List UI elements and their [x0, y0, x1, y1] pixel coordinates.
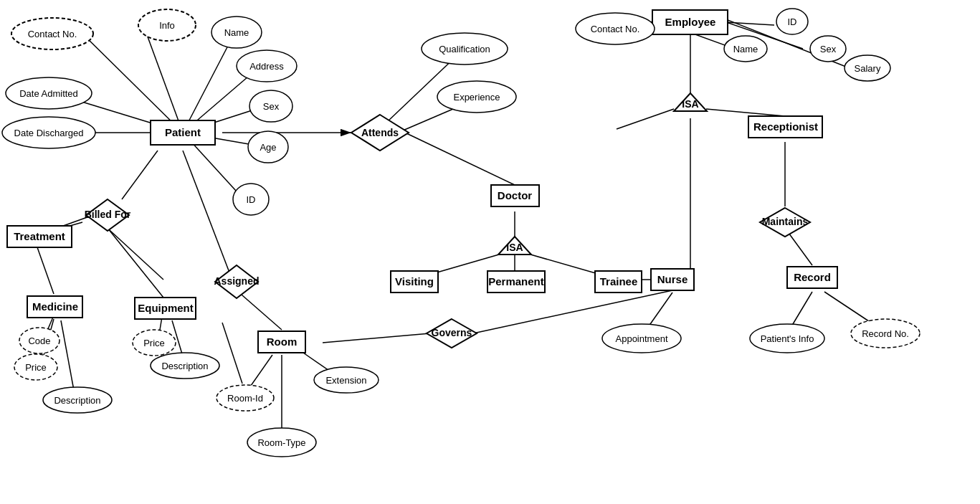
employee-sex-text: Sex [820, 44, 837, 54]
assigned-label: Assigned [214, 275, 259, 287]
employee-label: Employee [665, 16, 716, 28]
salary-text: Salary [855, 63, 881, 74]
medicine-label: Medicine [32, 300, 78, 313]
code-text: Code [28, 336, 50, 346]
svg-line-30 [222, 323, 242, 384]
address-text: Address [249, 61, 284, 72]
date-discharged-text: Date Discharged [14, 128, 84, 138]
employee-id-text: ID [788, 16, 797, 27]
record-no-text: Record No. [862, 328, 909, 339]
receptionist-label: Receptionist [753, 120, 818, 133]
contact-no-text: Contact No. [28, 29, 77, 39]
qualification-text: Qualification [439, 44, 490, 54]
svg-line-11 [405, 133, 515, 185]
sex-text: Sex [263, 101, 280, 112]
billed-for-label: Billed For [85, 209, 131, 220]
trainee-label: Trainee [600, 275, 638, 287]
experience-text: Experience [453, 92, 500, 103]
patients-info-text: Patient's Info [761, 333, 814, 344]
medicine-price-text: Price [25, 362, 47, 373]
visiting-label: Visiting [395, 275, 434, 287]
svg-line-2 [143, 25, 183, 133]
maintains-label: Maintains [762, 216, 809, 227]
employee-name-text: Name [733, 44, 758, 54]
svg-line-24 [37, 247, 54, 294]
treatment-label: Treatment [14, 230, 65, 242]
svg-line-31 [183, 151, 229, 272]
patient-label: Patient [165, 126, 201, 138]
patient-name-text: Name [224, 27, 249, 38]
record-label: Record [794, 271, 831, 283]
room-type-text: Room-Type [257, 437, 305, 448]
doctor-isa-label: ISA [506, 242, 523, 253]
info-text: Info [159, 20, 175, 31]
svg-line-19 [122, 151, 158, 199]
employee-isa-label: ISA [682, 98, 698, 110]
equipment-desc-text: Description [161, 361, 208, 371]
equipment-label: Equipment [138, 302, 194, 314]
permanent-label: Permanent [488, 275, 544, 287]
appointment-text: Appointment [616, 333, 668, 344]
er-diagram: Patient Employee Doctor Nurse Receptioni… [0, 0, 980, 504]
svg-line-32 [237, 290, 282, 330]
svg-line-23 [108, 228, 163, 298]
svg-line-5 [183, 43, 229, 133]
medicine-desc-text: Description [54, 395, 100, 406]
employee-contact-text: Contact No. [591, 24, 640, 34]
svg-line-27 [61, 320, 75, 398]
equipment-price-text: Price [143, 338, 165, 348]
svg-line-47 [706, 109, 785, 116]
age-text: Age [260, 142, 276, 153]
date-admitted-text: Date Admitted [19, 88, 78, 99]
doctor-label: Doctor [498, 189, 532, 201]
svg-line-36 [323, 333, 430, 343]
room-id-text: Room-Id [227, 393, 263, 404]
patient-id-text: ID [247, 194, 256, 205]
svg-line-45 [617, 109, 674, 129]
governs-label: Governs [432, 327, 472, 338]
attends-label: Attends [361, 127, 399, 138]
room-label: Room [267, 336, 298, 348]
nurse-label: Nurse [657, 273, 688, 285]
extension-text: Extension [325, 375, 366, 386]
